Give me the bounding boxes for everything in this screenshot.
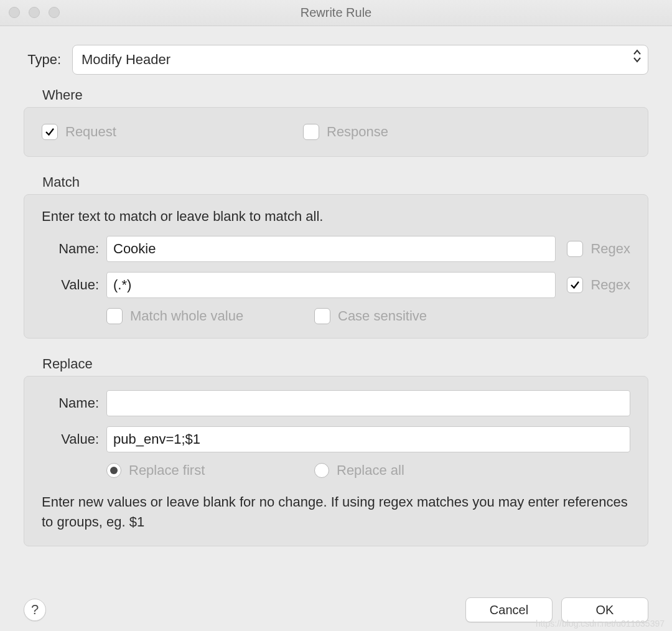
type-row: Type: Modify Header	[24, 45, 648, 75]
dialog-content: Type: Modify Header Where Request Respon	[0, 26, 672, 546]
match-whole-checkbox[interactable]	[106, 308, 123, 324]
cancel-button-label: Cancel	[490, 603, 528, 617]
replace-all-label: Replace all	[337, 462, 404, 479]
match-value-label: Value:	[42, 277, 99, 293]
zoom-icon[interactable]	[49, 7, 60, 18]
match-name-regex-label: Regex	[590, 241, 630, 257]
type-label: Type:	[24, 52, 61, 68]
minimize-icon[interactable]	[29, 7, 40, 18]
match-value-regex-checkbox[interactable]	[567, 277, 583, 293]
help-button[interactable]: ?	[24, 599, 46, 621]
where-group: Request Response	[24, 107, 648, 157]
watermark: https://blog.csdn.net/u011035397	[536, 619, 665, 629]
match-instruction: Enter text to match or leave blank to ma…	[42, 208, 630, 225]
match-value-value: (.*)	[113, 277, 131, 293]
ok-button-label: OK	[596, 603, 614, 617]
type-select-value: Modify Header	[82, 52, 170, 68]
replace-value-value: pub_env=1;$1	[113, 431, 200, 447]
match-section-label: Match	[42, 174, 648, 190]
replace-value-input[interactable]: pub_env=1;$1	[106, 426, 630, 452]
match-value-input[interactable]: (.*)	[106, 272, 556, 298]
replace-name-label: Name:	[42, 395, 99, 411]
replace-all-radio[interactable]	[314, 463, 329, 478]
where-section-label: Where	[42, 87, 648, 103]
help-icon: ?	[31, 602, 39, 618]
replace-value-label: Value:	[42, 431, 99, 447]
type-select[interactable]: Modify Header	[72, 45, 648, 75]
request-checkbox[interactable]	[42, 124, 58, 140]
match-value-regex-label: Regex	[590, 277, 630, 293]
match-whole-label: Match whole value	[130, 308, 243, 324]
close-icon[interactable]	[9, 7, 20, 18]
replace-first-radio[interactable]	[106, 463, 121, 478]
replace-instruction: Enter new values or leave blank for no c…	[42, 492, 630, 532]
titlebar: Rewrite Rule	[0, 0, 672, 26]
match-group: Enter text to match or leave blank to ma…	[24, 194, 648, 339]
window-controls	[9, 7, 60, 18]
replace-first-label: Replace first	[129, 462, 205, 479]
window-title: Rewrite Rule	[301, 6, 371, 20]
replace-name-input[interactable]	[106, 390, 630, 416]
match-name-input[interactable]: Cookie	[106, 236, 556, 262]
response-checkbox[interactable]	[303, 124, 319, 140]
replace-group: Name: Value: pub_env=1;$1 Replace first …	[24, 376, 648, 546]
match-name-label: Name:	[42, 241, 99, 257]
match-name-value: Cookie	[113, 241, 156, 257]
response-checkbox-label: Response	[327, 124, 388, 140]
match-name-regex-checkbox[interactable]	[567, 241, 583, 257]
request-checkbox-label: Request	[65, 124, 116, 140]
case-sensitive-checkbox[interactable]	[314, 308, 330, 324]
case-sensitive-label: Case sensitive	[338, 308, 427, 324]
select-stepper-icon	[633, 49, 642, 63]
replace-section-label: Replace	[42, 356, 648, 372]
